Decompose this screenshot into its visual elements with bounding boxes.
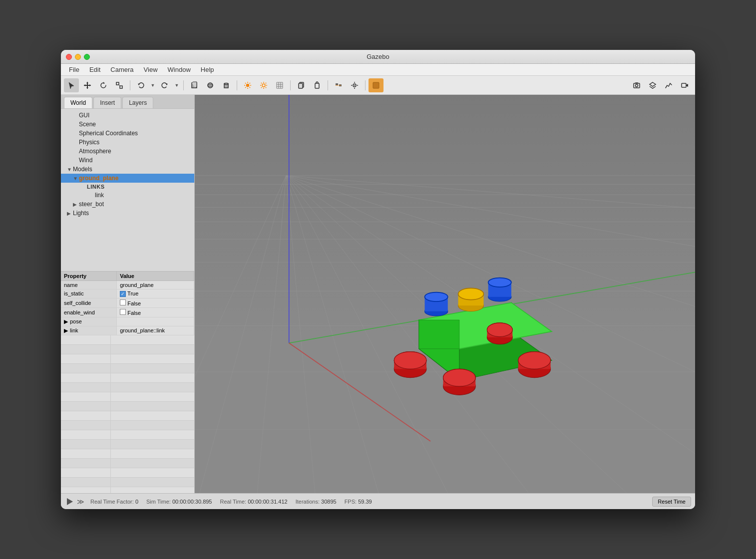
record-button[interactable] — [677, 78, 692, 92]
prop-is-static-val: ✓ True — [117, 289, 194, 298]
prop-name-key: name — [61, 280, 117, 289]
viewport[interactable] — [195, 95, 695, 493]
menu-camera[interactable]: Camera — [106, 65, 137, 74]
redo-button[interactable] — [157, 78, 172, 92]
tree-atmosphere[interactable]: Atmosphere — [61, 147, 194, 156]
play-button[interactable] — [65, 497, 75, 507]
self-collide-checkbox[interactable] — [120, 299, 126, 305]
properties-table: Property Value name ground_plane is_stat… — [61, 272, 194, 335]
tree-lights[interactable]: ▶ Lights — [61, 209, 194, 218]
tree-atmosphere-label: Atmosphere — [79, 148, 111, 155]
menu-view[interactable]: View — [140, 65, 162, 74]
svg-point-95 — [487, 323, 512, 337]
sphere-shape-button[interactable] — [203, 78, 218, 92]
snap-button[interactable] — [347, 78, 362, 92]
menu-help[interactable]: Help — [197, 65, 218, 74]
svg-rect-36 — [315, 83, 319, 88]
svg-line-15 — [250, 83, 251, 84]
align-button[interactable] — [331, 78, 346, 92]
box-shape-button[interactable] — [187, 78, 202, 92]
highlight-button[interactable] — [369, 78, 383, 92]
screenshot-button[interactable] — [629, 78, 644, 92]
minimize-button[interactable] — [75, 54, 81, 60]
tree-wind[interactable]: Wind — [61, 156, 194, 165]
layers-button[interactable] — [645, 78, 660, 92]
svg-point-18 — [263, 82, 264, 83]
main-window: Gazebo File Edit Camera View Window Help — [61, 50, 695, 509]
window-title: Gazebo — [367, 53, 389, 60]
tree-scene[interactable]: Scene — [61, 120, 194, 129]
empty-row-12 — [61, 440, 194, 449]
is-static-checkbox[interactable]: ✓ — [120, 291, 126, 297]
menu-window[interactable]: Window — [164, 65, 195, 74]
paste-button[interactable] — [310, 78, 325, 92]
particle-button[interactable] — [256, 78, 271, 92]
enable-wind-checkbox[interactable] — [120, 309, 126, 315]
properties-panel: Property Value name ground_plane is_stat… — [61, 271, 194, 335]
is-static-value: True — [127, 290, 138, 296]
tree-links-label: LINKS — [87, 184, 105, 190]
prop-is-static-key: is_static — [61, 289, 117, 298]
svg-point-83 — [394, 352, 426, 369]
svg-point-17 — [262, 84, 265, 87]
move-tool-button[interactable] — [80, 78, 95, 92]
value-col-header: Value — [117, 272, 194, 281]
toolbar: ▼ ▼ — [61, 76, 695, 95]
undo-button[interactable] — [133, 78, 148, 92]
svg-point-21 — [266, 85, 267, 86]
maximize-button[interactable] — [84, 54, 90, 60]
cursor-tool-button[interactable] — [64, 78, 79, 92]
tree-ground-plane[interactable]: ▼ ground_plane — [61, 174, 194, 183]
sim-time-value: 00:00:00:30.895 — [172, 499, 212, 505]
link-expand-arrow: ▶ — [64, 327, 68, 334]
tab-insert[interactable]: Insert — [93, 97, 121, 108]
tree-gp-arrow: ▼ — [73, 176, 79, 181]
tree-scene-label: Scene — [79, 121, 96, 128]
sun-light-button[interactable] — [240, 78, 255, 92]
tree-link-label: link — [95, 192, 104, 199]
svg-point-91 — [518, 352, 551, 369]
statusbar: ≫ Real Time Factor: 0 Sim Time: 00:00:00… — [61, 493, 695, 509]
prop-row-link[interactable]: ▶ link ground_plane::link — [61, 326, 194, 335]
tree-sb-label: steer_bot — [79, 201, 104, 208]
reset-time-button[interactable]: Reset Time — [652, 497, 691, 507]
tree-links[interactable]: LINKS — [61, 183, 194, 191]
tree-spherical-label: Spherical Coordinates — [79, 130, 138, 137]
cylinder-shape-button[interactable] — [219, 78, 234, 92]
prop-row-pose[interactable]: ▶ pose — [61, 317, 194, 326]
real-time-factor-value: 0 — [135, 499, 138, 505]
tree-steer-bot[interactable]: ▶ steer_bot — [61, 200, 194, 209]
traffic-lights — [66, 54, 90, 60]
redo-dropdown-button[interactable]: ▼ — [173, 78, 180, 92]
svg-point-23 — [266, 87, 267, 88]
tree-models[interactable]: ▼ Models — [61, 165, 194, 174]
svg-line-2 — [119, 85, 120, 86]
menu-file[interactable]: File — [65, 65, 83, 74]
tree-gui[interactable]: GUI — [61, 111, 194, 120]
copy-button[interactable] — [294, 78, 309, 92]
prop-link-key: ▶ link — [61, 326, 117, 335]
tree-spherical-coords[interactable]: Spherical Coordinates — [61, 129, 194, 138]
fast-forward-button[interactable]: ≫ — [77, 498, 84, 506]
tab-layers[interactable]: Layers — [122, 97, 153, 108]
close-button[interactable] — [66, 54, 72, 60]
svg-point-98 — [425, 292, 448, 302]
rotate-tool-button[interactable] — [96, 78, 111, 92]
svg-point-24 — [266, 82, 267, 83]
scale-tool-button[interactable] — [112, 78, 127, 92]
tree-link[interactable]: link — [61, 191, 194, 200]
grid-button[interactable] — [272, 78, 287, 92]
undo-dropdown-button[interactable]: ▼ — [149, 78, 156, 92]
tree-physics[interactable]: Physics — [61, 138, 194, 147]
menu-edit[interactable]: Edit — [85, 65, 104, 74]
empty-row-7 — [61, 392, 194, 402]
tab-world[interactable]: World — [64, 97, 92, 108]
empty-row-6 — [61, 383, 194, 392]
svg-point-87 — [443, 369, 476, 386]
graph-button[interactable] — [661, 78, 676, 92]
separator-4 — [290, 80, 291, 90]
iterations-label: Iterations: 30895 — [296, 499, 337, 505]
link-label: link — [70, 327, 78, 333]
tree-sb-arrow: ▶ — [73, 202, 79, 207]
svg-line-16 — [245, 87, 246, 88]
